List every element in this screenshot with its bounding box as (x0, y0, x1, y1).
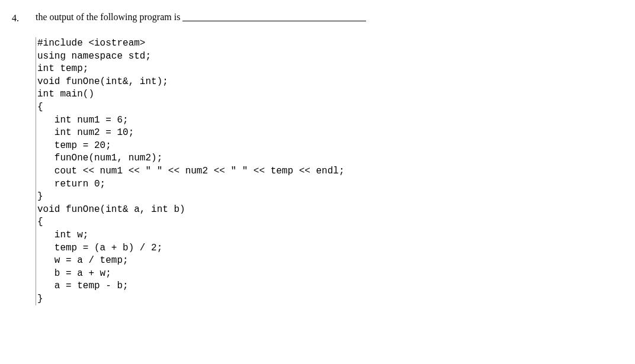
answer-blank[interactable] (182, 21, 366, 21)
question-prompt: the output of the following program is (36, 12, 182, 22)
question-content: the output of the following program is #… (36, 12, 623, 305)
question-container: 4. the output of the following program i… (0, 12, 623, 305)
question-prompt-line: the output of the following program is (36, 12, 623, 22)
code-block: #include <iostream> using namespace std;… (36, 37, 623, 305)
question-number: 4. (0, 12, 36, 24)
